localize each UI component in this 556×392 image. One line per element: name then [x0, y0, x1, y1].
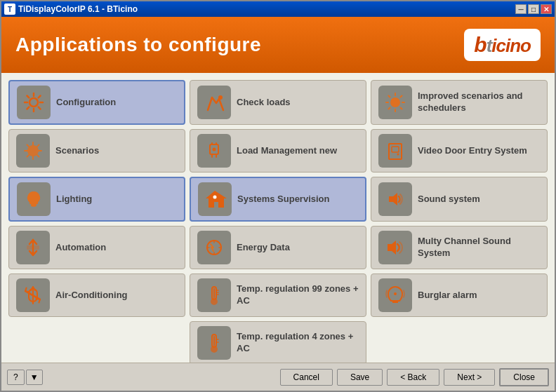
content-area: Configuration Check loads: [1, 73, 555, 363]
window-title: TiDisplayColorIP 6.1 - BTicino: [18, 4, 515, 14]
tile-lighting[interactable]: Lighting: [8, 177, 185, 222]
video-door-icon: [378, 134, 412, 168]
temp-regulation-4-icon: [197, 326, 231, 360]
svg-point-10: [213, 196, 217, 199]
configuration-label: Configuration: [56, 97, 116, 109]
burglar-alarm-label: Burglar alarm: [418, 290, 477, 302]
tile-systems-supervision[interactable]: Systems Supervision: [190, 177, 366, 222]
systems-supervision-label: Systems Supervision: [237, 194, 330, 205]
svg-point-18: [394, 292, 397, 295]
configuration-icon: [17, 86, 51, 119]
tile-burglar-alarm[interactable]: Burglar alarm: [371, 273, 548, 317]
footer: ? ▼ Cancel Save < Back Next > Close: [1, 363, 555, 391]
air-conditioning-icon: [16, 278, 50, 312]
tile-check-loads[interactable]: Check loads: [190, 80, 366, 125]
tile-scenarios[interactable]: Scenarios: [8, 129, 185, 173]
svg-rect-12: [27, 245, 39, 250]
svg-point-2: [390, 97, 400, 107]
help-button[interactable]: ?: [7, 370, 25, 385]
svg-point-8: [397, 154, 399, 156]
minimize-button[interactable]: ─: [515, 4, 527, 14]
close-button[interactable]: ✕: [541, 4, 552, 14]
lighting-icon: [17, 182, 51, 216]
tile-air-conditioning[interactable]: Air-Conditioning: [8, 273, 185, 317]
load-management-icon: [197, 134, 231, 168]
window-controls: ─ □ ✕: [515, 4, 552, 14]
logo-text: bticino: [474, 33, 531, 57]
app-icon: T: [4, 4, 15, 15]
multy-channel-label: Multy Channel Sound System: [418, 236, 540, 259]
svg-point-17: [211, 299, 217, 304]
title-bar: T TiDisplayColorIP 6.1 - BTicino ─ □ ✕: [1, 1, 555, 17]
automation-icon: [16, 231, 50, 264]
tile-temp-regulation-99[interactable]: Temp. regulation 99 zones + AC: [190, 273, 366, 317]
tile-load-management[interactable]: Load Management new: [190, 129, 366, 173]
maximize-button[interactable]: □: [528, 4, 539, 14]
help-arrow-button[interactable]: ▼: [26, 370, 43, 385]
automation-label: Automation: [55, 242, 106, 254]
tile-video-door[interactable]: Video Door Entry System: [371, 129, 548, 173]
burglar-alarm-icon: [378, 278, 412, 312]
next-button[interactable]: Next >: [444, 369, 495, 386]
tiles-grid: Configuration Check loads: [8, 80, 548, 363]
cancel-button[interactable]: Cancel: [280, 369, 333, 386]
scenarios-label: Scenarios: [55, 145, 99, 157]
back-button[interactable]: < Back: [387, 369, 439, 386]
tile-temp-regulation-4[interactable]: Temp. regulation 4 zones + AC: [190, 321, 366, 363]
systems-supervision-icon: [198, 182, 232, 216]
air-conditioning-label: Air-Conditioning: [55, 290, 128, 302]
temp-regulation-4-label: Temp. regulation 4 zones + AC: [237, 331, 359, 355]
svg-point-5: [213, 148, 216, 151]
main-window: T TiDisplayColorIP 6.1 - BTicino ─ □ ✕ A…: [0, 0, 556, 392]
page-title: Applications to configure: [15, 34, 261, 56]
sound-system-icon: [378, 182, 412, 216]
bticino-logo: bticino: [464, 29, 541, 61]
svg-rect-7: [392, 147, 399, 152]
temp-regulation-99-icon: [197, 278, 231, 312]
temp-regulation-99-label: Temp. regulation 99 zones + AC: [237, 283, 359, 307]
check-loads-icon: [197, 86, 231, 119]
tile-energy-data[interactable]: Energy Data: [190, 226, 366, 269]
tile-automation[interactable]: Automation: [8, 226, 185, 269]
svg-marker-11: [389, 193, 397, 205]
svg-point-0: [29, 98, 38, 107]
help-group: ? ▼: [7, 370, 43, 385]
video-door-label: Video Door Entry System: [418, 145, 527, 157]
svg-marker-14: [388, 241, 396, 255]
scenarios-icon: [16, 134, 50, 168]
app-header: Applications to configure bticino: [1, 17, 555, 73]
save-button[interactable]: Save: [337, 369, 383, 386]
improved-scenarios-label: Improved scenarios and schedulers: [418, 90, 540, 114]
tile-multy-channel[interactable]: Multy Channel Sound System: [371, 226, 548, 269]
lighting-label: Lighting: [56, 194, 92, 205]
tile-configuration[interactable]: Configuration: [8, 80, 185, 125]
tile-sound-system[interactable]: Sound system: [371, 177, 548, 222]
svg-point-1: [218, 95, 223, 100]
multy-channel-icon: [378, 231, 412, 264]
improved-scenarios-icon: [378, 86, 412, 119]
svg-point-20: [211, 346, 217, 352]
check-loads-label: Check loads: [237, 97, 291, 109]
sound-system-label: Sound system: [418, 194, 480, 205]
load-management-label: Load Management new: [237, 145, 337, 157]
tile-improved-scenarios[interactable]: Improved scenarios and schedulers: [371, 80, 548, 125]
energy-data-icon: [197, 231, 231, 264]
energy-data-label: Energy Data: [237, 242, 290, 254]
close-footer-button[interactable]: Close: [499, 368, 549, 386]
